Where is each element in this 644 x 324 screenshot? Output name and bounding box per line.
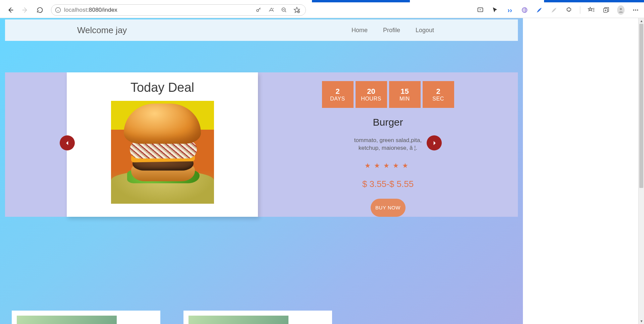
card-preview-2[interactable] (183, 311, 332, 324)
nav-link-home[interactable]: Home (352, 27, 368, 34)
svg-line-6 (285, 11, 286, 12)
card-preview-1[interactable] (12, 311, 160, 324)
globe-shield-icon[interactable] (521, 6, 528, 14)
countdown-sec: 2 SEC (423, 81, 454, 108)
password-icon[interactable] (255, 7, 262, 13)
nav-links: Home Profile Logout (352, 27, 504, 34)
carousel-prev-button[interactable] (60, 135, 75, 150)
rating-stars: ★★★★★ (258, 161, 518, 170)
scroll-thumb[interactable] (639, 24, 643, 188)
nav-link-profile[interactable]: Profile (383, 27, 400, 34)
svg-point-24 (637, 9, 638, 10)
scroll-up-arrow[interactable]: ▲ (639, 18, 644, 24)
zoom-out-icon[interactable] (281, 7, 287, 13)
forward-button (19, 4, 31, 16)
site-navbar: Welcome jay Home Profile Logout (5, 19, 518, 41)
svg-point-21 (620, 8, 622, 10)
wave-blue-icon[interactable]: ›› (506, 6, 514, 14)
scroll-track[interactable] (639, 24, 644, 318)
deal-left-card: Today Deal (67, 72, 258, 217)
refresh-button[interactable] (34, 4, 46, 16)
window-top-strip (0, 0, 644, 2)
favorite-star-icon[interactable] (293, 7, 300, 13)
deal-carousel: Today Deal 2 DAYS (5, 72, 518, 217)
countdown-timer: 2 DAYS 20 HOURS 15 MIN 2 SEC (258, 81, 518, 108)
countdown-days: 2 DAYS (322, 81, 354, 108)
deal-title: Today Deal (67, 80, 258, 95)
extensions-icon[interactable] (565, 6, 573, 14)
address-bar[interactable]: localhost:8080/index (51, 4, 306, 16)
feather-grey-icon[interactable] (550, 6, 558, 14)
more-menu-icon[interactable] (632, 6, 639, 14)
carousel-next-button[interactable] (427, 135, 442, 150)
svg-point-13 (522, 8, 527, 13)
svg-marker-12 (480, 9, 481, 10)
favorites-list-icon[interactable] (588, 6, 595, 14)
product-name: Burger (258, 117, 518, 128)
read-aloud-icon[interactable] (268, 7, 275, 13)
separator (580, 6, 580, 14)
countdown-hours: 20 HOURS (356, 81, 387, 108)
nav-link-logout[interactable]: Logout (416, 27, 434, 34)
url-text[interactable]: localhost:8080/index (64, 7, 253, 13)
product-description: tommato, green salad,pita, ketchup, maio… (258, 137, 518, 152)
cards-row (5, 311, 518, 324)
brand-welcome: Welcome jay (77, 25, 127, 36)
vertical-scrollbar[interactable]: ▲ ▼ (638, 18, 644, 324)
cursor-icon[interactable] (491, 6, 499, 14)
profile-avatar[interactable] (617, 6, 625, 14)
svg-point-22 (633, 9, 634, 10)
product-price: $ 3.55-$ 5.55 (258, 179, 518, 189)
buy-now-button[interactable]: BUY NOW (371, 199, 406, 217)
feather-blue-icon[interactable] (536, 6, 543, 14)
browser-toolbar: localhost:8080/index ›› (0, 2, 644, 18)
toolbar-right-icons: ›› (477, 6, 639, 14)
deal-right-panel: 2 DAYS 20 HOURS 15 MIN 2 SEC (258, 72, 518, 217)
countdown-min: 15 MIN (389, 81, 421, 108)
page-content: Welcome jay Home Profile Logout Today De… (0, 18, 523, 324)
product-image (111, 101, 214, 204)
svg-point-3 (257, 10, 259, 12)
back-button[interactable] (5, 4, 16, 16)
media-icon[interactable] (477, 6, 484, 14)
scroll-down-arrow[interactable]: ▼ (639, 318, 644, 324)
collections-icon[interactable] (602, 6, 610, 14)
svg-marker-14 (588, 7, 592, 11)
svg-point-23 (635, 9, 636, 10)
site-info-icon[interactable] (55, 7, 61, 13)
